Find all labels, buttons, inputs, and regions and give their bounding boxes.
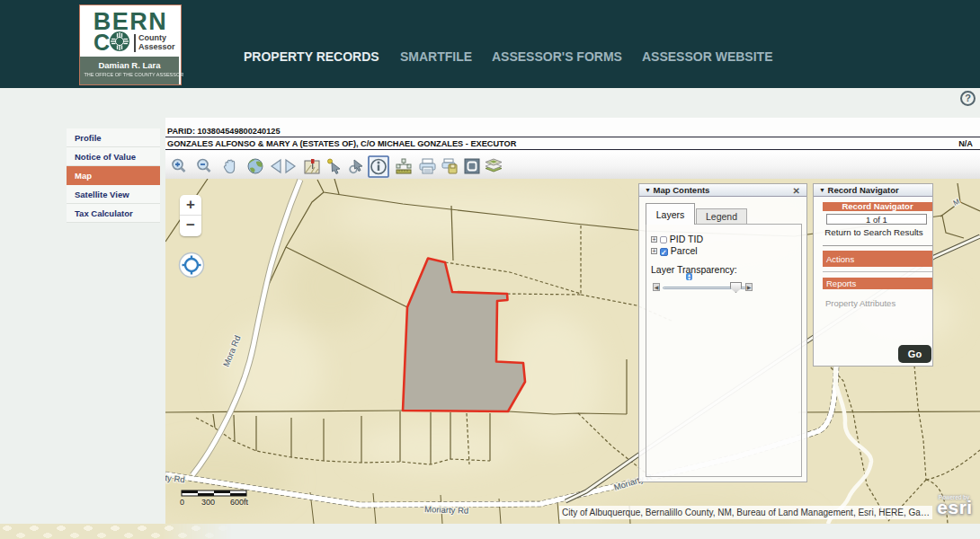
svg-text:Moriarty Rd: Moriarty Rd	[424, 504, 468, 516]
svg-text:0: 0	[180, 498, 184, 507]
svg-text:300: 300	[201, 498, 215, 507]
svg-text:600ft: 600ft	[230, 498, 249, 507]
svg-text:rty Rd: rty Rd	[165, 473, 185, 485]
